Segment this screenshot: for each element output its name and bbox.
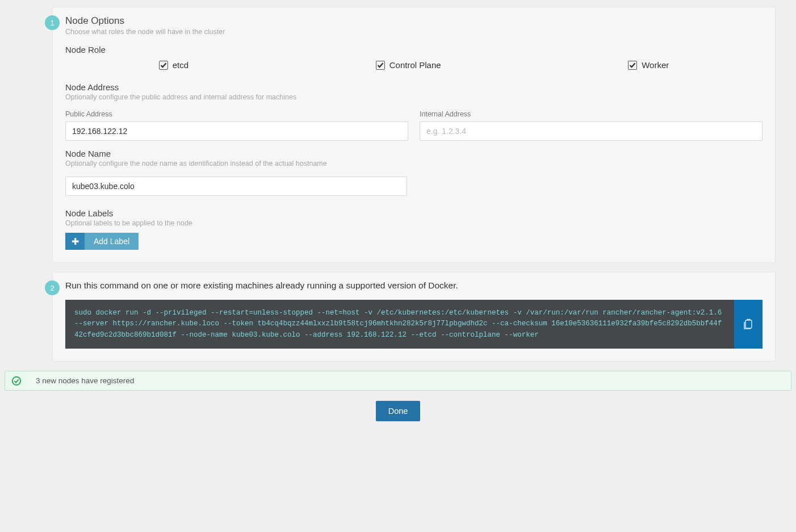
copy-command-button[interactable] — [734, 300, 763, 349]
run-command-text: Run this command on one or more existing… — [65, 280, 763, 291]
node-address-desc: Optionally configure the public address … — [65, 93, 763, 101]
worker-checkbox[interactable] — [628, 61, 637, 70]
control-plane-checkbox[interactable] — [376, 61, 385, 70]
etcd-checkbox[interactable] — [159, 61, 168, 70]
run-command-card: 2 Run this command on one or more existi… — [52, 272, 776, 362]
node-labels-desc: Optional labels to be applied to the nod… — [65, 219, 763, 227]
internal-address-label: Internal Address — [420, 110, 763, 118]
node-address-title: Node Address — [65, 82, 763, 92]
node-options-desc: Choose what roles the node will have in … — [65, 28, 763, 36]
add-label-text: Add Label — [85, 233, 139, 250]
node-name-title: Node Name — [65, 149, 763, 158]
worker-label: Worker — [642, 60, 669, 70]
node-name-input[interactable] — [65, 177, 407, 196]
public-address-input[interactable] — [65, 122, 408, 141]
etcd-label: etcd — [173, 60, 188, 70]
internal-address-input[interactable] — [420, 122, 763, 141]
docker-command-block[interactable]: sudo docker run -d --privileged --restar… — [65, 300, 734, 349]
register-notice-text: 3 new nodes have registered — [28, 371, 791, 390]
node-name-desc: Optionally configure the node name as id… — [65, 160, 763, 167]
add-label-button[interactable]: ✚ Add Label — [65, 233, 139, 250]
clipboard-icon — [743, 319, 753, 330]
done-button[interactable]: Done — [376, 401, 421, 421]
svg-point-1 — [12, 376, 20, 384]
svg-rect-0 — [745, 320, 752, 328]
node-role-row: etcd Control Plane Worker — [65, 60, 763, 70]
register-notice: 3 new nodes have registered — [5, 371, 791, 391]
success-icon — [5, 371, 28, 390]
node-role-title: Node Role — [65, 45, 763, 55]
step-1-badge: 1 — [45, 15, 60, 30]
node-labels-title: Node Labels — [65, 208, 763, 218]
plus-icon: ✚ — [65, 233, 85, 250]
public-address-label: Public Address — [65, 110, 408, 118]
control-plane-label: Control Plane — [389, 60, 441, 70]
step-2-badge: 2 — [45, 280, 60, 295]
node-options-title: Node Options — [65, 15, 763, 27]
node-options-card: 1 Node Options Choose what roles the nod… — [52, 7, 776, 263]
